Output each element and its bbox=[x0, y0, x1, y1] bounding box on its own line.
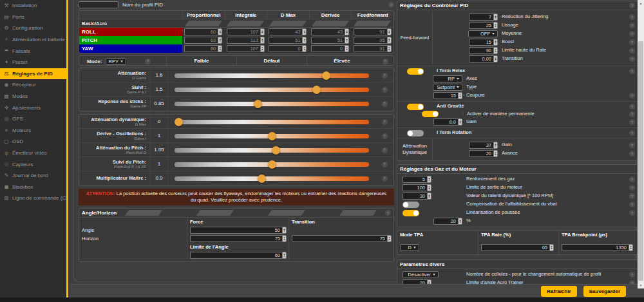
number-input[interactable]: 0▲▼ bbox=[269, 45, 307, 52]
spinner-buttons[interactable]: ▲▼ bbox=[427, 193, 431, 200]
spinner-buttons[interactable]: ▲▼ bbox=[260, 45, 265, 52]
slider-thumb[interactable] bbox=[312, 86, 321, 94]
spinner-buttons[interactable]: ▲▼ bbox=[629, 244, 633, 251]
slider-mode-select[interactable]: RPY bbox=[106, 58, 126, 65]
help-icon[interactable]: ? bbox=[629, 202, 635, 207]
sidebar-item-gps[interactable]: ◎GPS bbox=[0, 113, 66, 125]
spinner-buttons[interactable]: ▲▼ bbox=[493, 14, 498, 21]
sidebar-item-journal-de-bord[interactable]: ✎Journal de bord bbox=[0, 170, 66, 182]
number-input[interactable]: 15▲▼ bbox=[469, 39, 498, 46]
help-icon[interactable]: ? bbox=[629, 210, 635, 216]
dropdown-select[interactable]: Désactiver bbox=[402, 271, 439, 278]
number-input[interactable]: 43▲▼ bbox=[311, 28, 349, 35]
number-input[interactable]: 0,00▲▼ bbox=[469, 55, 498, 62]
sidebar-item-r-glages-de-pid[interactable]: ⚖Réglages de PID bbox=[0, 68, 66, 80]
slider-thumb[interactable] bbox=[258, 175, 266, 183]
spinner-buttons[interactable]: ▲▼ bbox=[302, 28, 307, 35]
scroll-down-arrow[interactable]: ▼ bbox=[638, 282, 644, 288]
spinner-buttons[interactable]: ▲▼ bbox=[458, 92, 462, 99]
spinner-buttons[interactable]: ▲▼ bbox=[282, 235, 287, 242]
help-icon[interactable]: ? bbox=[629, 185, 635, 191]
help-icon[interactable]: ? bbox=[383, 59, 388, 64]
slider-track[interactable] bbox=[175, 134, 369, 138]
dropdown-select[interactable]: Setpoint bbox=[433, 84, 462, 91]
spinner-buttons[interactable]: ▲▼ bbox=[458, 218, 462, 225]
spinner-buttons[interactable]: ▲▼ bbox=[493, 142, 498, 149]
slider-track[interactable] bbox=[175, 102, 369, 106]
spinner-buttons[interactable]: ▲▼ bbox=[218, 37, 222, 44]
help-icon[interactable]: ? bbox=[382, 87, 388, 93]
number-input[interactable]: 7▲▼ bbox=[469, 14, 498, 21]
toggle-switch[interactable] bbox=[422, 111, 439, 117]
spinner-buttons[interactable]: ▲▼ bbox=[458, 118, 462, 126]
help-icon[interactable]: ? bbox=[382, 133, 388, 139]
slider-thumb[interactable] bbox=[268, 132, 276, 140]
slider-thumb[interactable] bbox=[254, 100, 262, 108]
scroll-up-arrow[interactable]: ▲ bbox=[638, 0, 644, 6]
number-input[interactable]: 90▲▼ bbox=[469, 47, 498, 54]
help-icon[interactable]: ? bbox=[382, 73, 388, 79]
dropdown-select[interactable]: RP bbox=[433, 75, 462, 82]
help-icon[interactable]: ? bbox=[629, 14, 635, 20]
slider-thumb[interactable] bbox=[322, 71, 330, 80]
spinner-buttons[interactable]: ▲▼ bbox=[493, 55, 498, 62]
sidebar-item-configuration[interactable]: ⚙Configuration bbox=[0, 23, 66, 34]
help-icon[interactable]: ? bbox=[629, 48, 635, 53]
sidebar-item--metteur-vid-o[interactable]: ψÉmetteur vidéo bbox=[0, 147, 66, 159]
number-input[interactable]: 20▲▼ bbox=[469, 150, 498, 157]
slider-thumb[interactable] bbox=[175, 118, 183, 126]
sidebar-item-alimentation-et-batterie[interactable]: ⚡Alimentation et batterie bbox=[0, 34, 66, 46]
number-input[interactable]: 107▲▼ bbox=[227, 28, 265, 35]
spinner-buttons[interactable]: ▲▼ bbox=[345, 28, 349, 35]
horizon-strength-input[interactable]: 75▲▼ bbox=[190, 235, 287, 242]
number-input[interactable]: 60▲▼ bbox=[184, 45, 222, 52]
angle-strength-input[interactable]: 50▲▼ bbox=[190, 227, 287, 234]
slider-track[interactable] bbox=[175, 148, 369, 153]
vertical-scrollbar[interactable]: ▲ ▼ bbox=[638, 0, 644, 288]
help-icon[interactable]: ? bbox=[629, 68, 635, 74]
sidebar-item-blackbox[interactable]: ◼Blackbox bbox=[0, 182, 66, 193]
spinner-buttons[interactable]: ▲▼ bbox=[218, 45, 222, 52]
spinner-buttons[interactable]: ▲▼ bbox=[387, 37, 392, 44]
spinner-buttons[interactable]: ▲▼ bbox=[282, 252, 287, 259]
number-input[interactable]: 20▲▼ bbox=[433, 218, 462, 225]
number-input[interactable]: 51▲▼ bbox=[311, 37, 349, 44]
number-input[interactable]: 8,0▲▼ bbox=[433, 118, 462, 126]
number-input[interactable]: 60▲▼ bbox=[184, 28, 222, 35]
pid-profile-name-input[interactable] bbox=[79, 1, 118, 8]
sidebar-item-failsafe[interactable]: ☂Failsafe bbox=[0, 45, 66, 57]
number-input[interactable]: 91▲▼ bbox=[354, 28, 392, 35]
number-input[interactable]: 91▲▼ bbox=[354, 45, 392, 52]
spinner-buttons[interactable]: ▲▼ bbox=[260, 28, 265, 35]
spinner-buttons[interactable]: ▲▼ bbox=[302, 45, 307, 52]
number-input[interactable]: 37▲▼ bbox=[469, 142, 498, 149]
help-icon[interactable]: ? bbox=[629, 119, 635, 125]
sidebar-item-capteurs[interactable]: ☉Capteurs bbox=[0, 158, 66, 170]
number-input[interactable]: 0▲▼ bbox=[311, 45, 349, 52]
sidebar-item-ligne-de-commande-cli-[interactable]: ▥Ligne de commande (CLI) bbox=[0, 193, 66, 204]
toggle-switch[interactable] bbox=[402, 210, 419, 216]
help-icon[interactable]: ? bbox=[382, 119, 388, 125]
help-icon[interactable]: ? bbox=[629, 23, 635, 28]
spinner-buttons[interactable]: ▲▼ bbox=[302, 37, 307, 44]
number-input[interactable]: 95▲▼ bbox=[354, 37, 392, 44]
number-input[interactable]: 43▲▼ bbox=[269, 28, 307, 35]
help-icon[interactable]: ? bbox=[629, 31, 635, 37]
spinner-buttons[interactable]: ▲▼ bbox=[345, 37, 349, 44]
slider-track[interactable] bbox=[175, 88, 369, 92]
help-icon[interactable]: ? bbox=[629, 130, 635, 136]
sidebar-item-osd[interactable]: ▢OSD bbox=[0, 136, 66, 147]
help-icon[interactable]: ? bbox=[629, 104, 635, 109]
help-icon[interactable]: ? bbox=[629, 56, 635, 62]
spinner-buttons[interactable]: ▲▼ bbox=[493, 47, 498, 54]
help-icon[interactable]: ? bbox=[629, 39, 635, 45]
number-input[interactable]: 5▲▼ bbox=[402, 176, 431, 183]
sidebar-item-modes[interactable]: ▦Modes bbox=[0, 91, 66, 102]
help-icon[interactable]: ? bbox=[629, 3, 635, 8]
spinner-buttons[interactable]: ▲▼ bbox=[345, 45, 349, 52]
slider-track[interactable] bbox=[175, 73, 369, 78]
sidebar-item-moteurs[interactable]: ✳Moteurs bbox=[0, 125, 66, 137]
spinner-buttons[interactable]: ▲▼ bbox=[493, 39, 498, 46]
dropdown-select[interactable]: OFF bbox=[468, 30, 498, 37]
slider-track[interactable] bbox=[175, 162, 369, 167]
